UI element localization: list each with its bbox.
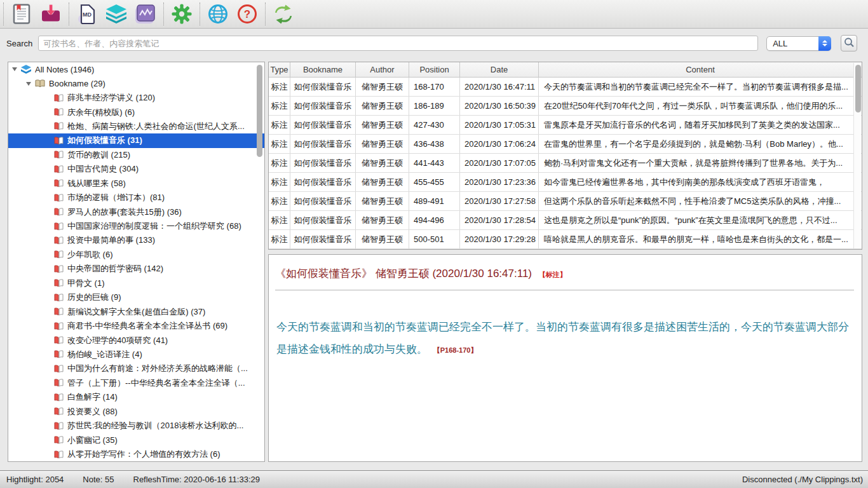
note-row[interactable]: 标注 如何假装懂音乐 储智勇王硕 494-496 2020/1/30 17:28… <box>269 211 862 230</box>
book-icon <box>54 194 64 202</box>
tree-item-bookname-group[interactable]: Bookname (29) <box>8 76 264 90</box>
web-button[interactable] <box>203 1 233 27</box>
tree-item-book[interactable]: 杨伯峻_论语译注 (4) <box>8 348 264 362</box>
cell-author: 储智勇王硕 <box>356 97 409 115</box>
tree-item-book[interactable]: 甲骨文 (1) <box>8 276 264 290</box>
tree-item-book[interactable]: 苏世民:我的经验与教训（2018读桥水达利欧的... <box>8 419 264 433</box>
note-row[interactable]: 标注 如何假装懂音乐 储智勇王硕 441-443 2020/1/30 17:07… <box>269 154 862 173</box>
note-row[interactable]: 标注 如何假装懂音乐 储智勇王硕 168-170 2020/1/30 16:47… <box>269 78 862 97</box>
cell-content: 嘻哈就是黑人的朋克音乐。和最早的朋克一样，嘻哈也是来自街头的文化，都是一... <box>539 230 862 248</box>
sidebar-scrollbar[interactable] <box>257 64 263 460</box>
tree-item-book[interactable]: 少年凯歌 (6) <box>8 248 264 262</box>
filter-select[interactable]: ALL <box>766 36 831 51</box>
sync-button[interactable] <box>269 1 298 27</box>
toolbar-separator <box>200 3 200 25</box>
tree-item-book[interactable]: 从零开始学写作：个人增值的有效方法 (6) <box>8 447 264 461</box>
cell-content: 但这两个乐队的音乐听起来截然不同，性手枪沿袭了MC5这类乐队的风格，冲撞... <box>539 192 862 210</box>
tree-item-book[interactable]: 小窗幽记 (35) <box>8 433 264 447</box>
note-row[interactable]: 标注 如何假装懂音乐 储智勇王硕 436-438 2020/1/30 17:06… <box>269 135 862 154</box>
svg-text:MD: MD <box>83 11 92 18</box>
tree-item-all-notes[interactable]: All Notes (1946) <box>8 62 264 76</box>
tree-item-book[interactable]: 中央帝国的哲学密码 (142) <box>8 262 264 276</box>
help-icon: ? <box>237 4 257 24</box>
cell-bookname: 如何假装懂音乐 <box>290 154 356 172</box>
tree-item-book[interactable]: 新编说文解字大全集(超值白金版) (37) <box>8 304 264 318</box>
column-header-date[interactable]: Date <box>460 62 539 77</box>
search-input[interactable] <box>38 36 758 51</box>
tree-item-book[interactable]: 商君书-中华经典名著全本全注全译丛书 (69) <box>8 319 264 333</box>
book-icon <box>54 393 64 402</box>
tree-item-label: 薛兆丰经济学讲义 (120) <box>67 92 155 104</box>
tree-item-book[interactable]: 货币的教训 (215) <box>8 148 264 162</box>
tree-item-label: 少年凯歌 (6) <box>67 249 113 261</box>
table-scrollbar-thumb[interactable] <box>855 65 861 112</box>
book-list: 薛兆丰经济学讲义 (120) 庆余年(精校版) (6) <box>8 91 264 461</box>
tree-item-book[interactable]: 投资要义 (88) <box>8 405 264 419</box>
cell-type: 标注 <box>269 78 290 96</box>
note-row[interactable]: 标注 如何假装懂音乐 储智勇王硕 489-491 2020/1/30 17:27… <box>269 192 862 211</box>
layers-button[interactable] <box>102 1 131 27</box>
cell-author: 储智勇王硕 <box>356 192 409 210</box>
import-button[interactable] <box>36 1 65 27</box>
search-go-button[interactable] <box>841 35 857 51</box>
tree-item-label: 投资中最简单的事 (133) <box>67 234 155 246</box>
tree-item-book[interactable]: 白鱼解字 (14) <box>8 390 264 404</box>
book-icon <box>54 294 64 302</box>
note-row[interactable]: 标注 如何假装懂音乐 储智勇王硕 427-430 2020/1/30 17:05… <box>269 116 862 135</box>
column-header-bookname[interactable]: Bookname <box>290 62 356 77</box>
column-header-author[interactable]: Author <box>356 62 409 77</box>
tree-item-book[interactable]: 中国古代简史 (304) <box>8 162 264 176</box>
collapse-arrow-icon[interactable] <box>26 82 31 86</box>
help-button[interactable]: ? <box>233 1 262 27</box>
tree-item-book[interactable]: 投资中最简单的事 (133) <box>8 233 264 247</box>
note-row[interactable]: 标注 如何假装懂音乐 储智勇王硕 455-455 2020/1/30 17:23… <box>269 173 862 192</box>
table-scrollbar[interactable] <box>853 63 861 248</box>
book-icon <box>54 179 64 187</box>
column-header-content[interactable]: Content <box>539 62 862 77</box>
toolbar-separator <box>265 3 266 25</box>
settings-button[interactable] <box>167 1 196 27</box>
tree-item-book[interactable]: 市场的逻辑（增订本）(81) <box>8 191 264 205</box>
tree-item-label: 甲骨文 (1) <box>67 278 105 289</box>
tree-item-book[interactable]: 中国为什么有前途：对外经济关系的战略潜能（... <box>8 362 264 376</box>
toolbar-separator <box>163 3 164 25</box>
status-highlight-count: Hightlight: 2054 <box>6 475 64 484</box>
tree-item-book[interactable]: 罗马人的故事(套装共15册) (36) <box>8 205 264 219</box>
status-refresh-time: RefleshTime: 2020-06-16 11:33:29 <box>133 475 260 484</box>
detail-type-tag: 【标注】 <box>539 271 567 278</box>
tree-item-label: 枪炮、病菌与钢铁:人类社会的命运(世纪人文系... <box>67 121 245 132</box>
cell-date: 2020/1/30 16:50:39 <box>460 97 539 115</box>
sidebar-scrollbar-thumb[interactable] <box>257 65 262 157</box>
tree-item-book[interactable]: 中国国家治理的制度逻辑：一个组织学研究 (68) <box>8 219 264 233</box>
cell-position: 489-491 <box>409 192 460 210</box>
cell-date: 2020/1/30 17:28:54 <box>460 211 539 229</box>
cell-author: 储智勇王硕 <box>356 230 409 248</box>
statistics-button[interactable] <box>131 1 160 27</box>
column-header-type[interactable]: Type <box>269 62 290 77</box>
svg-text:?: ? <box>244 8 250 20</box>
note-button[interactable] <box>7 1 36 27</box>
tree-item-book[interactable]: 钱从哪里来 (58) <box>8 177 264 191</box>
detail-title-text: 《如何假装懂音乐》 储智勇王硕 (2020/1/30 16:47:11) <box>275 268 532 280</box>
tree-item-book[interactable]: 庆余年(精校版) (6) <box>8 105 264 119</box>
tree-item-label: 庆余年(精校版) (6) <box>67 107 135 118</box>
tree-item-book[interactable]: 如何假装懂音乐 (31) <box>8 133 264 147</box>
note-row[interactable]: 标注 如何假装懂音乐 储智勇王硕 186-189 2020/1/30 16:50… <box>269 97 862 116</box>
tree-item-book[interactable]: 管子（上下册）--中华经典名著全本全注全译（... <box>8 376 264 390</box>
detail-divider <box>275 290 854 290</box>
table-header: Type Bookname Author Position Date Conte… <box>269 62 862 78</box>
cell-position: 186-189 <box>409 97 460 115</box>
tree-item-book[interactable]: 枪炮、病菌与钢铁:人类社会的命运(世纪人文系... <box>8 119 264 133</box>
book-icon <box>54 250 64 259</box>
column-header-position[interactable]: Position <box>409 62 460 77</box>
tree-item-book[interactable]: 历史的巨镜 (9) <box>8 290 264 304</box>
markdown-export-button[interactable]: MD <box>72 1 102 27</box>
toolbar-separator <box>69 3 69 25</box>
tree-item-book[interactable]: 改变心理学的40项研究 (41) <box>8 333 264 347</box>
detail-title: 《如何假装懂音乐》 储智勇王硕 (2020/1/30 16:47:11) 【标注… <box>275 266 854 281</box>
cell-date: 2020/1/30 17:06:24 <box>460 135 539 153</box>
note-row[interactable]: 标注 如何假装懂音乐 储智勇王硕 500-501 2020/1/30 17:29… <box>269 230 862 249</box>
collapse-arrow-icon[interactable] <box>12 67 17 71</box>
tree-item-book[interactable]: 薛兆丰经济学讲义 (120) <box>8 91 264 105</box>
toolbar: MD <box>0 0 868 29</box>
